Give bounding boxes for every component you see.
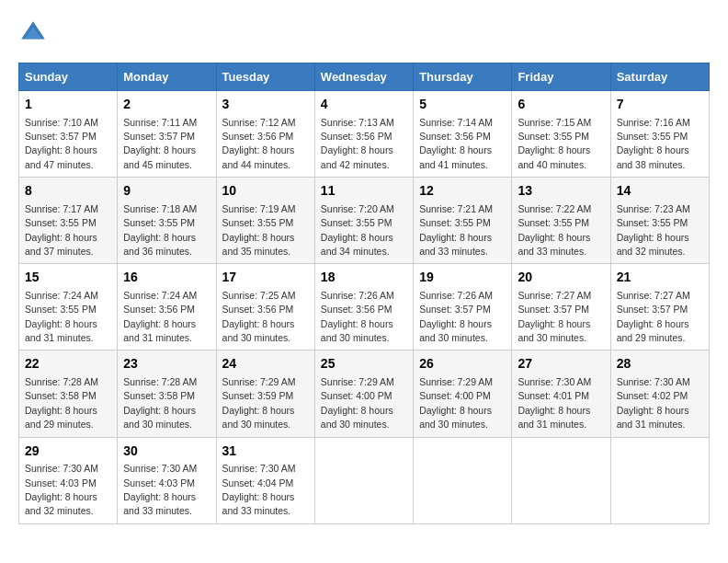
daylight: Daylight: 8 hours and 41 minutes.	[419, 144, 492, 169]
sunrise: Sunrise: 7:30 AM	[518, 376, 591, 387]
sunrise: Sunrise: 7:22 AM	[518, 203, 591, 214]
calendar-cell: 9Sunrise: 7:18 AMSunset: 3:55 PMDaylight…	[118, 178, 216, 264]
day-number: 11	[321, 182, 407, 201]
day-number: 30	[123, 442, 210, 461]
sunset: Sunset: 3:55 PM	[518, 131, 589, 142]
day-number: 6	[518, 96, 604, 114]
sunrise: Sunrise: 7:13 AM	[321, 117, 394, 128]
calendar-cell: 7Sunrise: 7:16 AMSunset: 3:55 PMDaylight…	[610, 91, 709, 178]
day-number: 16	[123, 269, 210, 287]
day-number: 26	[419, 355, 506, 373]
sunrise: Sunrise: 7:24 AM	[123, 290, 197, 301]
daylight: Daylight: 8 hours and 30 minutes.	[419, 405, 492, 430]
sunset: Sunset: 3:55 PM	[25, 217, 97, 228]
sunrise: Sunrise: 7:12 AM	[222, 117, 296, 128]
day-number: 8	[25, 182, 111, 201]
calendar-cell: 21Sunrise: 7:27 AMSunset: 3:57 PMDayligh…	[610, 264, 709, 350]
daylight: Daylight: 8 hours and 33 minutes.	[419, 232, 492, 257]
day-header-monday: Monday	[118, 63, 216, 91]
day-number: 4	[321, 96, 407, 114]
sunrise: Sunrise: 7:11 AM	[123, 117, 197, 128]
calendar-cell: 13Sunrise: 7:22 AMSunset: 3:55 PMDayligh…	[512, 178, 610, 264]
daylight: Daylight: 8 hours and 37 minutes.	[25, 232, 97, 257]
sunrise: Sunrise: 7:21 AM	[419, 203, 493, 214]
sunset: Sunset: 4:03 PM	[25, 477, 97, 488]
day-number: 28	[617, 355, 703, 373]
sunset: Sunset: 4:03 PM	[123, 477, 195, 488]
sunrise: Sunrise: 7:23 AM	[617, 203, 690, 214]
sunset: Sunset: 3:55 PM	[617, 217, 688, 228]
sunset: Sunset: 3:57 PM	[25, 131, 97, 142]
calendar: SundayMondayTuesdayWednesdayThursdayFrid…	[18, 63, 710, 524]
sunrise: Sunrise: 7:28 AM	[25, 376, 98, 387]
sunrise: Sunrise: 7:19 AM	[222, 203, 296, 214]
sunrise: Sunrise: 7:29 AM	[419, 376, 493, 387]
calendar-cell: 28Sunrise: 7:30 AMSunset: 4:02 PMDayligh…	[610, 350, 709, 437]
calendar-cell: 23Sunrise: 7:28 AMSunset: 3:58 PMDayligh…	[118, 350, 216, 437]
calendar-cell: 15Sunrise: 7:24 AMSunset: 3:55 PMDayligh…	[19, 264, 118, 350]
sunset: Sunset: 3:58 PM	[25, 390, 97, 401]
sunrise: Sunrise: 7:26 AM	[419, 290, 493, 301]
sunset: Sunset: 3:55 PM	[617, 131, 688, 142]
day-header-wednesday: Wednesday	[314, 63, 413, 91]
daylight: Daylight: 8 hours and 30 minutes.	[123, 405, 196, 430]
daylight: Daylight: 8 hours and 30 minutes.	[222, 318, 295, 343]
sunset: Sunset: 4:04 PM	[222, 477, 294, 488]
daylight: Daylight: 8 hours and 44 minutes.	[222, 144, 295, 169]
sunset: Sunset: 3:58 PM	[123, 390, 195, 401]
calendar-week-3: 15Sunrise: 7:24 AMSunset: 3:55 PMDayligh…	[19, 264, 710, 350]
sunset: Sunset: 4:00 PM	[321, 390, 392, 401]
sunset: Sunset: 3:57 PM	[617, 304, 688, 315]
day-number: 21	[617, 269, 703, 287]
calendar-cell: 18Sunrise: 7:26 AMSunset: 3:56 PMDayligh…	[314, 264, 413, 350]
sunrise: Sunrise: 7:30 AM	[25, 463, 98, 474]
calendar-week-2: 8Sunrise: 7:17 AMSunset: 3:55 PMDaylight…	[19, 178, 710, 264]
sunrise: Sunrise: 7:30 AM	[222, 463, 296, 474]
daylight: Daylight: 8 hours and 31 minutes.	[25, 318, 97, 343]
daylight: Daylight: 8 hours and 47 minutes.	[25, 144, 97, 169]
sunset: Sunset: 3:55 PM	[419, 217, 491, 228]
daylight: Daylight: 8 hours and 32 minutes.	[617, 232, 689, 257]
sunset: Sunset: 3:55 PM	[123, 217, 195, 228]
day-number: 25	[321, 355, 407, 373]
calendar-cell: 30Sunrise: 7:30 AMSunset: 4:03 PMDayligh…	[118, 437, 216, 523]
sunrise: Sunrise: 7:30 AM	[123, 463, 197, 474]
sunrise: Sunrise: 7:28 AM	[123, 376, 197, 387]
day-number: 20	[518, 269, 604, 287]
day-number: 18	[321, 269, 407, 287]
calendar-cell: 14Sunrise: 7:23 AMSunset: 3:55 PMDayligh…	[610, 178, 709, 264]
daylight: Daylight: 8 hours and 31 minutes.	[518, 405, 590, 430]
calendar-cell: 20Sunrise: 7:27 AMSunset: 3:57 PMDayligh…	[512, 264, 610, 350]
calendar-cell: 12Sunrise: 7:21 AMSunset: 3:55 PMDayligh…	[414, 178, 512, 264]
day-number: 3	[222, 96, 309, 114]
calendar-cell: 17Sunrise: 7:25 AMSunset: 3:56 PMDayligh…	[216, 264, 314, 350]
daylight: Daylight: 8 hours and 38 minutes.	[617, 144, 689, 169]
calendar-cell: 31Sunrise: 7:30 AMSunset: 4:04 PMDayligh…	[216, 437, 314, 523]
sunset: Sunset: 3:56 PM	[222, 131, 294, 142]
day-number: 2	[123, 96, 210, 114]
calendar-cell: 2Sunrise: 7:11 AMSunset: 3:57 PMDaylight…	[118, 91, 216, 178]
daylight: Daylight: 8 hours and 40 minutes.	[518, 144, 590, 169]
day-number: 13	[518, 182, 604, 201]
daylight: Daylight: 8 hours and 29 minutes.	[25, 405, 97, 430]
calendar-cell: 26Sunrise: 7:29 AMSunset: 4:00 PMDayligh…	[414, 350, 512, 437]
calendar-cell: 24Sunrise: 7:29 AMSunset: 3:59 PMDayligh…	[216, 350, 314, 437]
daylight: Daylight: 8 hours and 30 minutes.	[419, 318, 492, 343]
calendar-cell	[610, 437, 709, 523]
sunrise: Sunrise: 7:29 AM	[321, 376, 394, 387]
daylight: Daylight: 8 hours and 45 minutes.	[123, 144, 196, 169]
day-number: 19	[419, 269, 506, 287]
daylight: Daylight: 8 hours and 31 minutes.	[617, 405, 689, 430]
calendar-cell: 3Sunrise: 7:12 AMSunset: 3:56 PMDaylight…	[216, 91, 314, 178]
calendar-cell	[314, 437, 413, 523]
calendar-week-4: 22Sunrise: 7:28 AMSunset: 3:58 PMDayligh…	[19, 350, 710, 437]
calendar-cell: 29Sunrise: 7:30 AMSunset: 4:03 PMDayligh…	[19, 437, 118, 523]
day-number: 23	[123, 355, 210, 373]
calendar-cell: 27Sunrise: 7:30 AMSunset: 4:01 PMDayligh…	[512, 350, 610, 437]
calendar-cell	[414, 437, 512, 523]
sunrise: Sunrise: 7:10 AM	[25, 117, 98, 128]
calendar-cell: 11Sunrise: 7:20 AMSunset: 3:55 PMDayligh…	[314, 178, 413, 264]
logo	[18, 18, 51, 48]
daylight: Daylight: 8 hours and 30 minutes.	[222, 405, 295, 430]
sunrise: Sunrise: 7:16 AM	[617, 117, 690, 128]
